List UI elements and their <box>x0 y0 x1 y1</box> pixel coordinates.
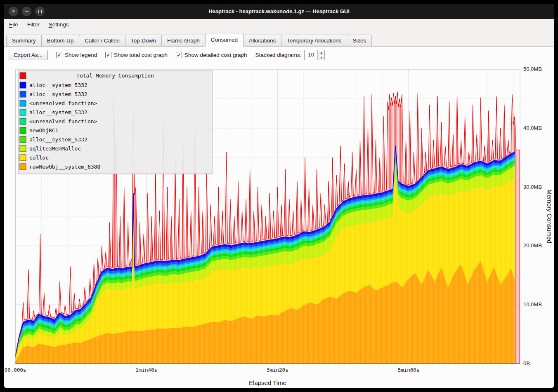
y-axis-title: Memory Consumed <box>546 190 553 244</box>
tab-caller-callee[interactable]: Caller / Callee <box>79 35 125 47</box>
stacked-diagrams-value[interactable]: 10 <box>305 50 317 60</box>
y-tick-label: 20,0MB <box>523 242 542 249</box>
y-tick-label: 50,0MB <box>523 66 542 72</box>
y-tick-label: 30,0MB <box>523 184 542 190</box>
checkbox-box: ✓ <box>176 52 182 58</box>
y-tick-label: 40,0MB <box>523 125 542 131</box>
stacked-diagrams-spinbox[interactable]: 10 ▲ ▼ <box>304 50 325 60</box>
y-tick-label: 10,0MB <box>523 301 542 307</box>
x-tick-label: 3min20s <box>267 367 288 373</box>
checkbox-label: Show total cost graph <box>114 52 168 58</box>
check-icon: ✓ <box>106 53 111 58</box>
tab-summary[interactable]: Summary <box>6 35 42 47</box>
app-window: ✕ Heaptrack - heaptrack.wakunode.1.gz — … <box>4 4 554 388</box>
checkbox-label: Show detailed cost graph <box>184 52 247 58</box>
checkbox-show-detailed-cost-graph[interactable]: ✓ Show detailed cost graph <box>176 52 247 58</box>
tab-flame-graph[interactable]: Flame Graph <box>161 35 206 47</box>
x-tick-label: 1min40s <box>135 367 157 373</box>
checkbox-box: ✓ <box>56 52 62 58</box>
tab-temporary-allocations[interactable]: Temporary Allocations <box>281 35 347 47</box>
memory-consumption-chart[interactable]: 00.000s1min40s3min20s5min00s0B10,0MB20,0… <box>4 63 554 388</box>
check-icon: ✓ <box>177 53 181 58</box>
spin-down-button[interactable]: ▼ <box>318 55 324 60</box>
export-as-button[interactable]: Export As... <box>9 50 48 60</box>
window-title: Heaptrack - heaptrack.wakunode.1.gz — He… <box>208 8 350 14</box>
checkbox-show-total-cost-graph[interactable]: ✓ Show total cost graph <box>105 52 168 58</box>
maximize-icon <box>38 10 42 13</box>
window-controls: ✕ <box>9 4 45 19</box>
check-icon: ✓ <box>57 53 61 58</box>
titlebar[interactable]: ✕ Heaptrack - heaptrack.wakunode.1.gz — … <box>4 4 554 19</box>
chart-plot-area[interactable] <box>15 69 520 364</box>
menu-filter[interactable]: Filter <box>24 20 43 29</box>
y-tick-label: 0B <box>523 360 530 366</box>
spin-up-button[interactable]: ▲ <box>318 50 324 55</box>
minimize-button[interactable] <box>22 7 31 16</box>
tab-top-down[interactable]: Top-Down <box>125 35 162 47</box>
x-axis-title: Elapsed Time <box>249 379 286 386</box>
tab-sizes[interactable]: Sizes <box>347 35 372 47</box>
consumed-chart: 00.000s1min40s3min20s5min00s0B10,0MB20,0… <box>4 63 554 388</box>
menu-settings[interactable]: Settings <box>45 20 73 29</box>
x-tick-label: 5min00s <box>398 367 420 373</box>
menu-file[interactable]: File <box>5 20 22 29</box>
minimize-icon <box>25 11 28 12</box>
toolbar: Export As... ✓ Show legend ✓ Show total … <box>4 47 554 63</box>
window-frame: ✕ Heaptrack - heaptrack.wakunode.1.gz — … <box>0 0 558 392</box>
x-tick-label: 00.000s <box>5 367 26 373</box>
maximize-button[interactable] <box>35 7 45 16</box>
tab-allocations[interactable]: Allocations <box>243 35 281 47</box>
spin-buttons: ▲ ▼ <box>317 50 324 60</box>
checkbox-show-legend[interactable]: ✓ Show legend <box>56 52 97 58</box>
close-button[interactable]: ✕ <box>9 7 18 16</box>
tab-consumed[interactable]: Consumed <box>205 33 244 47</box>
checkbox-box: ✓ <box>105 52 111 58</box>
tab-bottom-up[interactable]: Bottom-Up <box>41 35 80 47</box>
checkbox-label: Show legend <box>65 52 97 58</box>
menubar: File Filter Settings <box>4 19 554 30</box>
tabbar: Summary Bottom-Up Caller / Callee Top-Do… <box>4 30 554 47</box>
consumed-pane: Export As... ✓ Show legend ✓ Show total … <box>4 47 554 388</box>
stacked-diagrams-label: Stacked diagrams: <box>255 52 302 58</box>
